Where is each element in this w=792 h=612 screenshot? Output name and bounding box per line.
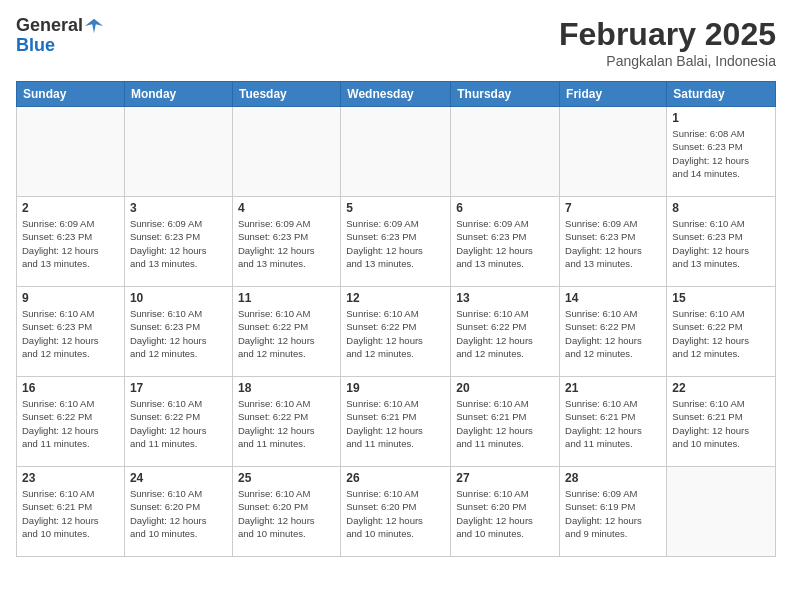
table-row: 22Sunrise: 6:10 AM Sunset: 6:21 PM Dayli… [667,377,776,467]
calendar-week-row: 2Sunrise: 6:09 AM Sunset: 6:23 PM Daylig… [17,197,776,287]
calendar-table: Sunday Monday Tuesday Wednesday Thursday… [16,81,776,557]
page-header: General Blue February 2025 Pangkalan Bal… [16,16,776,69]
location: Pangkalan Balai, Indonesia [559,53,776,69]
table-row [667,467,776,557]
day-info: Sunrise: 6:09 AM Sunset: 6:23 PM Dayligh… [456,217,554,270]
logo-bird-icon [85,17,103,35]
table-row: 20Sunrise: 6:10 AM Sunset: 6:21 PM Dayli… [451,377,560,467]
day-number: 14 [565,291,661,305]
day-info: Sunrise: 6:10 AM Sunset: 6:22 PM Dayligh… [130,397,227,450]
day-number: 24 [130,471,227,485]
table-row [560,107,667,197]
day-number: 15 [672,291,770,305]
table-row: 12Sunrise: 6:10 AM Sunset: 6:22 PM Dayli… [341,287,451,377]
calendar-week-row: 1Sunrise: 6:08 AM Sunset: 6:23 PM Daylig… [17,107,776,197]
table-row: 7Sunrise: 6:09 AM Sunset: 6:23 PM Daylig… [560,197,667,287]
day-number: 1 [672,111,770,125]
table-row: 2Sunrise: 6:09 AM Sunset: 6:23 PM Daylig… [17,197,125,287]
logo-general: General [16,16,83,36]
table-row: 4Sunrise: 6:09 AM Sunset: 6:23 PM Daylig… [232,197,340,287]
table-row [341,107,451,197]
day-number: 9 [22,291,119,305]
day-number: 12 [346,291,445,305]
day-info: Sunrise: 6:10 AM Sunset: 6:20 PM Dayligh… [130,487,227,540]
day-info: Sunrise: 6:09 AM Sunset: 6:23 PM Dayligh… [130,217,227,270]
table-row: 13Sunrise: 6:10 AM Sunset: 6:22 PM Dayli… [451,287,560,377]
day-info: Sunrise: 6:10 AM Sunset: 6:22 PM Dayligh… [672,307,770,360]
table-row [232,107,340,197]
day-info: Sunrise: 6:10 AM Sunset: 6:20 PM Dayligh… [456,487,554,540]
day-info: Sunrise: 6:10 AM Sunset: 6:20 PM Dayligh… [238,487,335,540]
day-info: Sunrise: 6:09 AM Sunset: 6:19 PM Dayligh… [565,487,661,540]
day-info: Sunrise: 6:09 AM Sunset: 6:23 PM Dayligh… [346,217,445,270]
day-info: Sunrise: 6:10 AM Sunset: 6:21 PM Dayligh… [346,397,445,450]
calendar-week-row: 16Sunrise: 6:10 AM Sunset: 6:22 PM Dayli… [17,377,776,467]
day-number: 26 [346,471,445,485]
day-info: Sunrise: 6:10 AM Sunset: 6:22 PM Dayligh… [22,397,119,450]
day-number: 2 [22,201,119,215]
col-friday: Friday [560,82,667,107]
col-thursday: Thursday [451,82,560,107]
table-row: 24Sunrise: 6:10 AM Sunset: 6:20 PM Dayli… [124,467,232,557]
logo-blue: Blue [16,36,103,56]
day-info: Sunrise: 6:10 AM Sunset: 6:23 PM Dayligh… [130,307,227,360]
day-info: Sunrise: 6:10 AM Sunset: 6:21 PM Dayligh… [22,487,119,540]
table-row [17,107,125,197]
calendar-week-row: 23Sunrise: 6:10 AM Sunset: 6:21 PM Dayli… [17,467,776,557]
day-number: 4 [238,201,335,215]
table-row: 19Sunrise: 6:10 AM Sunset: 6:21 PM Dayli… [341,377,451,467]
day-number: 8 [672,201,770,215]
table-row: 18Sunrise: 6:10 AM Sunset: 6:22 PM Dayli… [232,377,340,467]
col-tuesday: Tuesday [232,82,340,107]
table-row: 27Sunrise: 6:10 AM Sunset: 6:20 PM Dayli… [451,467,560,557]
day-number: 23 [22,471,119,485]
day-number: 5 [346,201,445,215]
calendar-week-row: 9Sunrise: 6:10 AM Sunset: 6:23 PM Daylig… [17,287,776,377]
table-row: 26Sunrise: 6:10 AM Sunset: 6:20 PM Dayli… [341,467,451,557]
svg-marker-0 [85,19,103,33]
day-info: Sunrise: 6:09 AM Sunset: 6:23 PM Dayligh… [22,217,119,270]
table-row: 5Sunrise: 6:09 AM Sunset: 6:23 PM Daylig… [341,197,451,287]
day-info: Sunrise: 6:09 AM Sunset: 6:23 PM Dayligh… [565,217,661,270]
day-info: Sunrise: 6:08 AM Sunset: 6:23 PM Dayligh… [672,127,770,180]
day-number: 19 [346,381,445,395]
day-info: Sunrise: 6:10 AM Sunset: 6:21 PM Dayligh… [565,397,661,450]
day-info: Sunrise: 6:10 AM Sunset: 6:22 PM Dayligh… [238,397,335,450]
table-row: 8Sunrise: 6:10 AM Sunset: 6:23 PM Daylig… [667,197,776,287]
day-number: 11 [238,291,335,305]
day-info: Sunrise: 6:10 AM Sunset: 6:23 PM Dayligh… [672,217,770,270]
table-row: 1Sunrise: 6:08 AM Sunset: 6:23 PM Daylig… [667,107,776,197]
day-info: Sunrise: 6:10 AM Sunset: 6:23 PM Dayligh… [22,307,119,360]
title-block: February 2025 Pangkalan Balai, Indonesia [559,16,776,69]
day-number: 18 [238,381,335,395]
day-number: 27 [456,471,554,485]
col-sunday: Sunday [17,82,125,107]
day-number: 7 [565,201,661,215]
day-number: 3 [130,201,227,215]
table-row [124,107,232,197]
col-saturday: Saturday [667,82,776,107]
table-row: 11Sunrise: 6:10 AM Sunset: 6:22 PM Dayli… [232,287,340,377]
table-row: 23Sunrise: 6:10 AM Sunset: 6:21 PM Dayli… [17,467,125,557]
day-info: Sunrise: 6:10 AM Sunset: 6:21 PM Dayligh… [456,397,554,450]
table-row: 25Sunrise: 6:10 AM Sunset: 6:20 PM Dayli… [232,467,340,557]
day-number: 17 [130,381,227,395]
table-row: 6Sunrise: 6:09 AM Sunset: 6:23 PM Daylig… [451,197,560,287]
table-row: 16Sunrise: 6:10 AM Sunset: 6:22 PM Dayli… [17,377,125,467]
calendar-header-row: Sunday Monday Tuesday Wednesday Thursday… [17,82,776,107]
table-row: 10Sunrise: 6:10 AM Sunset: 6:23 PM Dayli… [124,287,232,377]
day-number: 6 [456,201,554,215]
table-row: 28Sunrise: 6:09 AM Sunset: 6:19 PM Dayli… [560,467,667,557]
table-row: 3Sunrise: 6:09 AM Sunset: 6:23 PM Daylig… [124,197,232,287]
day-number: 10 [130,291,227,305]
day-number: 25 [238,471,335,485]
logo-text: General Blue [16,16,103,56]
table-row: 9Sunrise: 6:10 AM Sunset: 6:23 PM Daylig… [17,287,125,377]
day-number: 16 [22,381,119,395]
table-row: 15Sunrise: 6:10 AM Sunset: 6:22 PM Dayli… [667,287,776,377]
day-info: Sunrise: 6:10 AM Sunset: 6:21 PM Dayligh… [672,397,770,450]
table-row: 21Sunrise: 6:10 AM Sunset: 6:21 PM Dayli… [560,377,667,467]
col-monday: Monday [124,82,232,107]
day-number: 28 [565,471,661,485]
day-number: 22 [672,381,770,395]
